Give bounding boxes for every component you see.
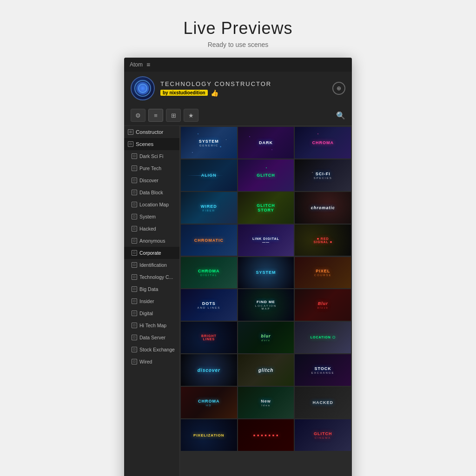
scene-link-digital[interactable]: LINK DIGITAL —— — [238, 225, 294, 256]
sidebar-label-location-map: Location Map — [139, 202, 169, 207]
sidebar-item-anonymous[interactable]: ⊡ Anonymous — [124, 235, 179, 247]
scene-label: ■ RED SIGNAL ■ — [309, 237, 337, 244]
like-icon[interactable]: 👍 — [211, 89, 218, 97]
expand-button[interactable]: ⊕ — [332, 82, 345, 95]
scene-glitch[interactable]: GLITCH — [238, 159, 294, 191]
sidebar-label-corporate: Corporate — [139, 250, 161, 256]
sidebar-item-hacked[interactable]: ⊡ Hacked — [124, 223, 179, 235]
scene-glitch-2[interactable]: glitch — [238, 354, 294, 386]
scene-label: BRIGHT LINES — [195, 334, 223, 341]
sidebar-item-technology-c[interactable]: ⊡ Technology C... — [124, 271, 179, 283]
sidebar-label-dark-sci-fi: Dark Sci Fi — [139, 153, 163, 159]
scene-label: PIXELIZATION — [193, 433, 225, 437]
sidebar-label-data-block: Data Block — [139, 190, 163, 195]
constructor-icon: ⊞ — [128, 129, 133, 135]
sidebar-item-scenes[interactable]: ⊟ Scenes — [124, 138, 179, 150]
sidebar-item-digital[interactable]: ⊡ Digital — [124, 307, 179, 319]
scene-label: NewIdea — [261, 398, 271, 406]
scene-wired[interactable]: WIREDFIBER — [181, 192, 237, 224]
location-map-icon: ⊡ — [132, 202, 137, 207]
sidebar-item-pure-tech[interactable]: ⊡ Pure Tech — [124, 162, 179, 174]
sidebar-item-identification[interactable]: ⊡ Identification — [124, 259, 179, 271]
sidebar-item-dark-sci-fi[interactable]: ⊡ Dark Sci Fi — [124, 150, 179, 162]
scene-chromatic[interactable]: chromatic — [295, 192, 351, 224]
sidebar-label-stock-exchange: Stock Exchange — [139, 347, 175, 352]
scene-new-idea[interactable]: NewIdea — [238, 387, 294, 418]
scene-red-signal[interactable]: ■ RED SIGNAL ■ — [295, 225, 351, 256]
stock-exchange-icon: ⊡ — [132, 347, 137, 352]
scene-bright-lines[interactable]: BRIGHT LINES — [181, 322, 237, 353]
scene-sci-fi[interactable]: SCI-FISPECIES — [295, 159, 351, 191]
sidebar-item-constructor[interactable]: ⊞ Constructor — [124, 126, 179, 138]
scene-label: SYSTEM — [256, 270, 276, 275]
sidebar-label-insider: Insider — [139, 298, 154, 304]
scene-label: GLITCHCINEMA — [314, 431, 332, 439]
sidebar-item-system[interactable]: ⊡ System — [124, 211, 179, 223]
page-subtitle: Ready to use scenes — [208, 41, 269, 48]
search-button[interactable]: 🔍 — [336, 111, 345, 120]
nav-tabs: ⚙ ≡ ⊞ ★ 🔍 — [124, 105, 352, 126]
sidebar-item-discover[interactable]: ⊡ Discover — [124, 174, 179, 186]
scene-align[interactable]: ALIGN — [181, 159, 237, 191]
sidebar-item-hi-tech-map[interactable]: ⊡ Hi Tech Map — [124, 319, 179, 331]
scene-particles — [181, 159, 237, 191]
sidebar-item-wired[interactable]: ⊡ Wired — [124, 356, 179, 368]
scene-system[interactable]: SYSTEMGENERIC — [181, 127, 237, 159]
sidebar-label-hi-tech-map: Hi Tech Map — [139, 323, 166, 328]
scene-label: glitch — [258, 368, 274, 373]
scene-grid: SYSTEMGENERIC DARK CHROMA — [181, 127, 351, 451]
scene-location[interactable]: LOCATION ⬡ — [295, 322, 351, 353]
scene-blur[interactable]: Blurblock — [295, 289, 351, 321]
tab-settings[interactable]: ⚙ — [131, 109, 145, 122]
scene-dots-lines[interactable]: DOTSAND LINES — [181, 289, 237, 321]
sidebar-item-data-block[interactable]: ⊡ Data Block — [124, 186, 179, 198]
main-content: ⊞ Constructor ⊟ Scenes ⊡ Dark Sci Fi ⊡ P… — [124, 126, 352, 476]
scene-dark[interactable]: DARK — [238, 127, 294, 159]
scene-label: CHROMATIC — [194, 238, 224, 243]
sidebar-label-digital: Digital — [139, 311, 153, 316]
scene-hacked[interactable]: HACKED — [295, 387, 351, 418]
page-title: Live Previews — [183, 19, 292, 38]
scene-stock[interactable]: STOCKEXCHANGE — [295, 354, 351, 386]
scene-pixel[interactable]: PIXELCOURSE — [295, 257, 351, 289]
corporate-icon: ⊡ — [132, 250, 137, 256]
scene-blur-dots[interactable]: blurdots — [238, 322, 294, 353]
sidebar-item-insider[interactable]: ⊡ Insider — [124, 295, 179, 307]
scene-chroma-hd[interactable]: CHROMAHD — [181, 387, 237, 418]
tab-grid[interactable]: ⊞ — [166, 109, 181, 122]
scene-glitch-story[interactable]: GLITCH STORY — [238, 192, 294, 224]
sidebar-item-stock-exchange[interactable]: ⊡ Stock Exchange — [124, 344, 179, 356]
page-container: Live Previews Ready to use scenes Atom ≡… — [0, 9, 476, 476]
hi-tech-map-icon: ⊡ — [132, 323, 137, 328]
sidebar-item-big-data[interactable]: ⊡ Big Data — [124, 283, 179, 295]
discover-icon: ⊡ — [132, 178, 137, 183]
tab-list[interactable]: ≡ — [148, 109, 163, 122]
plugin-name: TECHNOLOGY CONSTRUCTOR — [160, 80, 332, 87]
sidebar-label-technology-c: Technology C... — [139, 274, 173, 280]
tab-favorites[interactable]: ★ — [184, 109, 198, 122]
scene-label: GLITCH STORY — [252, 203, 280, 212]
scene-label: PIXELCOURSE — [314, 269, 332, 277]
scene-glitch-cinema[interactable]: GLITCHCINEMA — [295, 419, 351, 451]
scene-label: FIND MELOCATION MAP — [252, 300, 280, 310]
scene-discover[interactable]: discover — [181, 354, 237, 386]
anonymous-icon: ⊡ — [132, 238, 137, 244]
scene-particles — [295, 159, 351, 191]
sidebar-item-location-map[interactable]: ⊡ Location Map — [124, 198, 179, 211]
scene-pixel-burst[interactable]: ■ ■ ■ ■ ■ ■ ■ — [238, 419, 294, 451]
app-name-label: Atom — [130, 61, 143, 68]
constructor-label: Constructor — [136, 129, 163, 135]
scene-label: chromatic — [311, 205, 335, 210]
scene-chroma[interactable]: CHROMA — [295, 127, 351, 159]
sidebar-item-corporate[interactable]: ⊡ Corporate — [124, 247, 179, 259]
insider-icon: ⊡ — [132, 298, 137, 304]
scene-pixelization[interactable]: PIXELIZATION — [181, 419, 237, 451]
scene-label: DOTSAND LINES — [197, 301, 220, 309]
sidebar-item-data-server[interactable]: ⊡ Data Server — [124, 331, 179, 344]
scene-find-me[interactable]: FIND MELOCATION MAP — [238, 289, 294, 321]
scene-chromatic-2[interactable]: CHROMATIC — [181, 225, 237, 256]
scene-chroma-digital[interactable]: CHROMADIGITAL — [181, 257, 237, 289]
menu-icon[interactable]: ≡ — [146, 61, 150, 68]
scene-system-2[interactable]: SYSTEM — [238, 257, 294, 289]
scene-label: CHROMAHD — [198, 398, 220, 406]
